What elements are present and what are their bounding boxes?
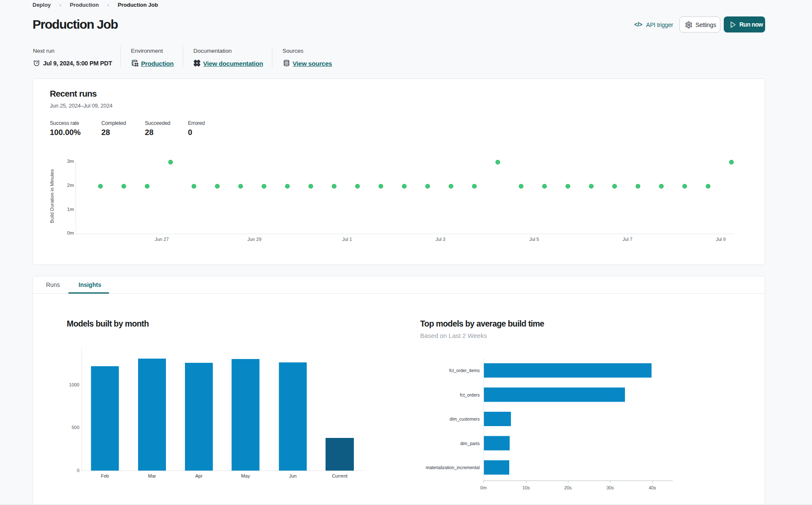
svg-text:0m: 0m [480,485,486,490]
svg-text:1000: 1000 [69,382,79,387]
svg-text:dim_parts: dim_parts [460,441,480,446]
svg-text:Feb: Feb [101,473,109,478]
svg-text:10s: 10s [522,485,530,490]
svg-text:Mar: Mar [148,473,156,478]
svg-text:Jun 29: Jun 29 [247,237,261,242]
svg-text:Jun: Jun [289,473,297,478]
svg-text:500: 500 [72,425,79,430]
svg-text:materialization_incremental: materialization_incremental [426,465,480,470]
svg-text:0m: 0m [67,230,74,235]
svg-text:Jul 9: Jul 9 [716,237,725,242]
svg-text:0: 0 [77,468,79,473]
svg-text:fct_orders: fct_orders [460,392,480,397]
svg-text:Apr: Apr [195,473,202,478]
svg-text:fct_order_items: fct_order_items [449,368,480,373]
svg-text:Jul 7: Jul 7 [622,237,632,242]
svg-text:Jul 5: Jul 5 [529,237,539,242]
svg-text:Jul 3: Jul 3 [435,237,445,242]
svg-text:May: May [241,473,250,478]
svg-text:Current: Current [332,473,348,478]
svg-text:1m: 1m [67,207,74,212]
svg-text:3m: 3m [67,159,74,164]
svg-text:30s: 30s [606,485,614,490]
svg-text:Build Duration in Minutes: Build Duration in Minutes [49,169,54,223]
svg-text:Jun 27: Jun 27 [155,237,168,242]
svg-text:40s: 40s [649,485,656,490]
svg-text:Jul 1: Jul 1 [342,237,352,242]
svg-text:2m: 2m [67,183,74,188]
svg-text:dim_customers: dim_customers [450,416,480,421]
svg-text:20s: 20s [564,485,572,490]
